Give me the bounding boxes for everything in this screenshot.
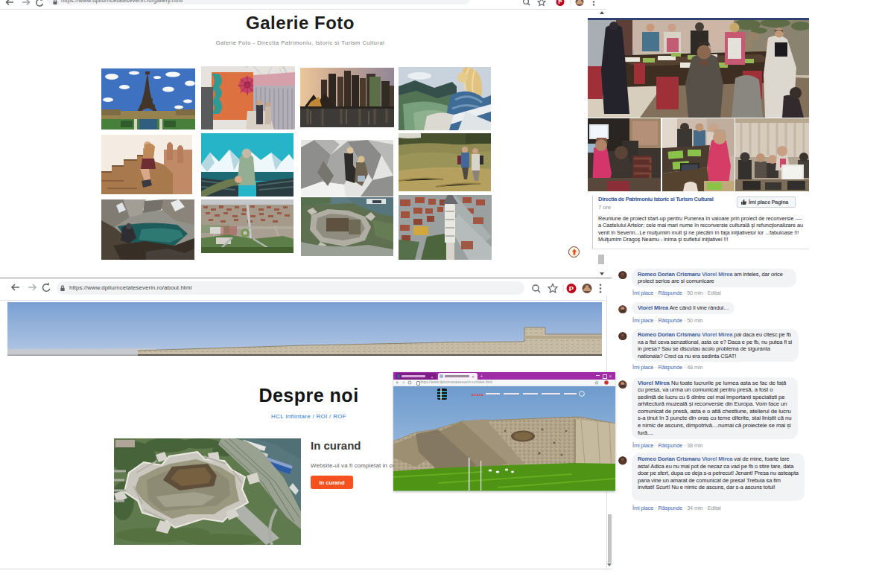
svg-text:P: P [558,0,562,5]
svg-text:P: P [569,284,574,293]
svg-text:ACASA: ACASA [472,393,483,397]
